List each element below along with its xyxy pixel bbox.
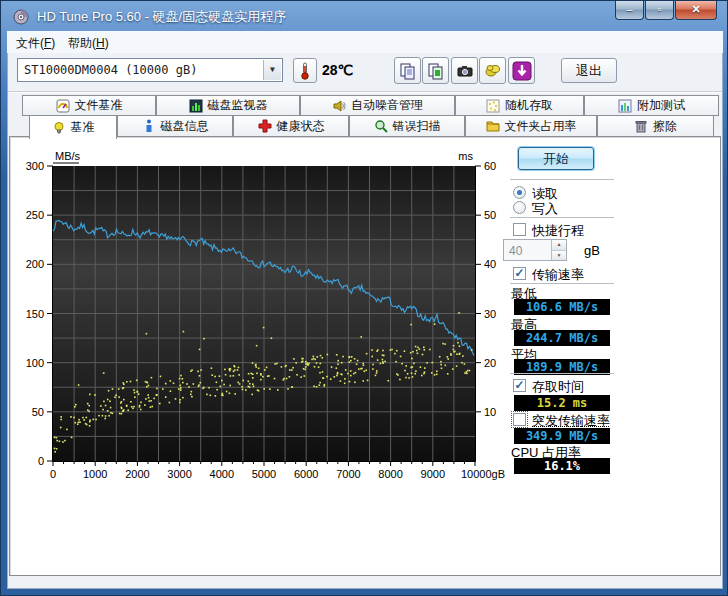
health-cross-icon <box>258 119 272 133</box>
svg-text:200: 200 <box>26 258 44 270</box>
spinner-down-icon[interactable]: ▼ <box>552 251 566 261</box>
title-bar[interactable]: HD Tune Pro 5.60 - 硬盘/固态硬盘实用程序 – ▫ ✕ <box>1 1 727 31</box>
write-radio[interactable] <box>513 201 526 214</box>
svg-text:50: 50 <box>484 209 496 221</box>
svg-text:40: 40 <box>484 258 496 270</box>
tab-auto-acoustic[interactable]: 自动噪音管理 <box>300 95 455 116</box>
tab-file-benchmark[interactable]: 文件基准 <box>22 95 156 116</box>
disk-monitor-icon <box>189 99 203 113</box>
min-value: 106.6 MB/s <box>514 299 610 315</box>
access-time-label[interactable]: 存取时间 <box>532 378 584 396</box>
transfer-rate-checkbox[interactable]: ✓ <box>513 267 526 280</box>
benchmark-chart: 0501001502002503001020304050600100020003… <box>1 139 506 491</box>
separator <box>510 217 614 218</box>
spinner-up-icon[interactable]: ▲ <box>552 240 566 251</box>
start-button[interactable]: 开始 <box>518 147 594 170</box>
minimize-button[interactable]: – <box>615 1 644 20</box>
tab-disk-monitor[interactable]: 磁盘监视器 <box>156 95 300 116</box>
info-icon <box>142 119 156 133</box>
save-results-button[interactable] <box>479 57 506 84</box>
menu-file[interactable]: 文件(F) <box>9 31 62 53</box>
drive-select[interactable]: ST10000DM0004 (10000 gB) ▼ <box>17 58 283 82</box>
access-time-checkbox[interactable]: ✓ <box>513 379 526 392</box>
separator <box>510 373 614 374</box>
separator <box>510 283 614 284</box>
tab-disk-info[interactable]: 磁盘信息 <box>117 115 233 137</box>
svg-text:4000: 4000 <box>210 468 234 480</box>
trash-icon <box>634 119 648 133</box>
svg-text:30: 30 <box>484 308 496 320</box>
temperature-value: 28℃ <box>322 62 353 78</box>
svg-text:20: 20 <box>484 357 496 369</box>
svg-text:0: 0 <box>50 468 56 480</box>
svg-text:60: 60 <box>484 160 496 172</box>
separator <box>510 179 614 180</box>
thermometer-icon <box>298 62 312 80</box>
svg-text:ms: ms <box>458 150 473 162</box>
svg-text:150: 150 <box>26 308 44 320</box>
tab-erase[interactable]: 擦除 <box>597 115 714 137</box>
temperature-button[interactable] <box>293 58 317 83</box>
close-button[interactable]: ✕ <box>675 1 717 20</box>
copy-text-button[interactable] <box>394 57 421 84</box>
svg-text:2000: 2000 <box>125 468 149 480</box>
svg-text:8000: 8000 <box>378 468 402 480</box>
copy-image-button[interactable] <box>422 57 449 84</box>
svg-text:300: 300 <box>26 160 44 172</box>
svg-text:100: 100 <box>26 357 44 369</box>
copy-image-icon <box>427 62 445 80</box>
magnifier-icon <box>374 119 388 133</box>
screenshot-button[interactable] <box>451 57 478 84</box>
tab-folder-usage[interactable]: 文件夹占用率 <box>465 115 597 137</box>
short-stroke-unit: gB <box>584 243 600 258</box>
tab-benchmark[interactable]: 基准 <box>29 115 117 139</box>
camera-icon <box>456 62 474 80</box>
window-title: HD Tune Pro 5.60 - 硬盘/固态硬盘实用程序 <box>37 8 286 26</box>
chevron-down-icon[interactable]: ▼ <box>263 60 281 80</box>
drive-select-value: ST10000DM0004 (10000 gB) <box>24 63 197 77</box>
svg-text:5000: 5000 <box>252 468 276 480</box>
app-icon <box>13 9 29 25</box>
random-access-icon <box>486 99 500 113</box>
speaker-icon <box>332 99 346 113</box>
svg-text:250: 250 <box>26 209 44 221</box>
svg-text:9000: 9000 <box>421 468 445 480</box>
download-arrow-icon <box>512 61 532 81</box>
hand-icon <box>484 62 502 80</box>
svg-text:10: 10 <box>484 406 496 418</box>
toolbar-separator <box>8 91 722 93</box>
benchmark-bulb-icon <box>52 121 66 135</box>
app-window: HD Tune Pro 5.60 - 硬盘/固态硬盘实用程序 – ▫ ✕ 文件(… <box>0 0 728 596</box>
tab-health[interactable]: 健康状态 <box>233 115 349 137</box>
update-check-button[interactable] <box>508 57 535 84</box>
maximize-button[interactable]: ▫ <box>645 1 674 20</box>
short-stroke-label[interactable]: 快捷行程 <box>532 222 584 240</box>
svg-text:50: 50 <box>32 406 44 418</box>
burst-rate-value: 349.9 MB/s <box>514 428 610 444</box>
access-time-value: 15.2 ms <box>514 395 610 411</box>
transfer-rate-label[interactable]: 传输速率 <box>532 266 584 284</box>
tab-random-access[interactable]: 随机存取 <box>455 95 584 116</box>
exit-button[interactable]: 退出 <box>561 58 617 83</box>
svg-text:6000: 6000 <box>294 468 318 480</box>
svg-text:3000: 3000 <box>167 468 191 480</box>
svg-text:MB/s: MB/s <box>55 150 81 162</box>
short-stroke-checkbox[interactable] <box>513 223 526 236</box>
folder-icon <box>486 119 500 133</box>
write-radio-label[interactable]: 写入 <box>532 200 558 218</box>
file-benchmark-icon <box>56 99 70 113</box>
max-value: 244.7 MB/s <box>514 330 610 346</box>
extra-tests-icon <box>618 99 632 113</box>
copy-text-icon <box>399 62 417 80</box>
svg-text:0: 0 <box>38 455 44 467</box>
tab-extra-tests[interactable]: 附加测试 <box>584 95 719 116</box>
short-stroke-spinner[interactable]: 40 ▲▼ <box>503 239 567 261</box>
cpu-usage-value: 16.1% <box>514 458 610 474</box>
tab-error-scan[interactable]: 错误扫描 <box>349 115 465 137</box>
svg-text:1000: 1000 <box>83 468 107 480</box>
menu-help[interactable]: 帮助(H) <box>61 31 116 53</box>
svg-text:7000: 7000 <box>336 468 360 480</box>
svg-text:10000gB: 10000gB <box>461 468 505 480</box>
burst-rate-checkbox[interactable] <box>513 413 526 426</box>
read-radio[interactable] <box>513 186 526 199</box>
